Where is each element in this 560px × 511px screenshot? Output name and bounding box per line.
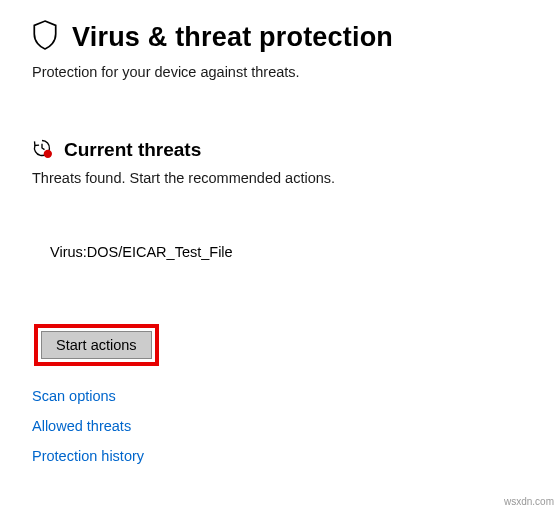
watermark: wsxdn.com xyxy=(504,496,554,507)
current-threats-section: Current threats Threats found. Start the… xyxy=(32,138,528,464)
page-subtitle: Protection for your device against threa… xyxy=(32,64,528,80)
allowed-threats-link[interactable]: Allowed threats xyxy=(32,418,131,434)
current-threats-title: Current threats xyxy=(64,139,201,161)
threat-item[interactable]: Virus:DOS/EICAR_Test_File xyxy=(50,244,528,260)
scan-options-link[interactable]: Scan options xyxy=(32,388,116,404)
page-header: Virus & threat protection xyxy=(32,20,528,54)
history-alert-icon xyxy=(32,138,52,162)
start-actions-button[interactable]: Start actions xyxy=(41,331,152,359)
protection-history-link[interactable]: Protection history xyxy=(32,448,144,464)
svg-point-0 xyxy=(44,150,52,158)
current-threats-subtitle: Threats found. Start the recommended act… xyxy=(32,170,528,186)
shield-icon xyxy=(32,20,58,54)
page-title: Virus & threat protection xyxy=(72,22,393,53)
start-actions-highlight: Start actions xyxy=(34,324,159,366)
